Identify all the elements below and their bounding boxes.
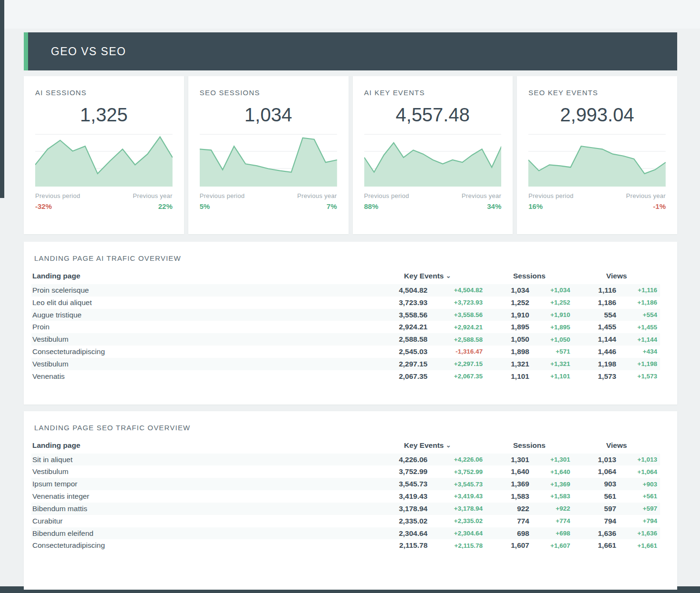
sessions-delta: +571 [532,346,573,358]
views-delta: +434 [619,346,660,358]
landing-page-name: Vestibulum [31,465,369,478]
views-value: 1,064 [573,465,619,478]
sessions-value: 1,369 [486,478,532,490]
kpi-compare-values: -32% 22% [35,202,173,210]
prev-year-delta: 34% [487,202,501,210]
views-value: 794 [573,515,619,527]
seo-traffic-table-card: LANDING PAGE SEO TRAFIC OVERVIEW Landing… [24,411,677,590]
kpi-compare-labels: Previous period Previous year [35,192,173,199]
page-title: GEO VS SEO [28,45,126,58]
sessions-value: 1,301 [486,454,532,466]
landing-page-name: Consecteturadipiscing [31,539,369,552]
key-events-delta: +3,723.93 [430,296,486,309]
views-value: 1,446 [573,346,619,358]
column-header-key-events[interactable]: Key Events ⌄ [369,270,486,284]
sessions-delta: +1,910 [532,309,573,321]
views-delta: +1,661 [619,539,660,552]
table-row: Ipsum tempor3,545.73+3,545.731,369+1,369… [31,478,660,490]
sessions-delta: +1,369 [532,478,573,490]
views-delta: +1,116 [619,284,660,296]
column-header-sessions[interactable]: Sessions [486,439,573,454]
prev-year-label: Previous year [462,192,501,199]
views-value: 597 [573,503,619,515]
key-events-delta: +2,115.78 [430,539,486,552]
table-header-row: Landing page Key Events ⌄ Sessions Views [31,270,660,284]
views-value: 1,116 [573,284,619,296]
key-events-delta: +2,335.02 [430,515,486,527]
table-row: Sit in aliquet4,226.06+4,226.061,301+1,3… [31,454,660,466]
key-events-delta: +3,545.73 [430,478,486,490]
landing-page-name: Sit in aliquet [31,454,369,466]
views-delta: +1,064 [619,465,660,478]
prev-period-delta: 88% [364,202,379,210]
kpi-label: SEO SESSIONS [200,89,337,97]
left-edge-strip [0,0,4,198]
sessions-value: 774 [486,515,532,527]
kpi-compare-values: 5% 7% [200,202,337,210]
kpi-label: AI SESSIONS [35,89,173,97]
prev-year-label: Previous year [297,192,337,199]
views-delta: +561 [619,490,660,503]
table-row: Vestibulum2,588.58+2,588.581,050+1,0501,… [31,333,660,346]
views-value: 1,186 [573,296,619,309]
sessions-value: 1,910 [486,309,532,321]
key-events-delta: +3,558.56 [430,309,486,321]
views-value: 1,013 [573,454,619,466]
key-events-value: 3,178.94 [369,503,430,515]
column-header-views[interactable]: Views [573,439,660,454]
key-events-delta: +2,297.15 [430,358,486,370]
sessions-delta: +1,252 [532,296,573,309]
sparkline-svg [528,133,666,187]
sessions-value: 1,640 [486,465,532,478]
prev-year-label: Previous year [626,192,666,199]
sessions-value: 698 [486,527,532,540]
column-header-sessions[interactable]: Sessions [486,270,573,284]
kpi-compare-labels: Previous period Previous year [364,192,502,199]
kpi-card-seo-key-events: SEO KEY EVENTS 2,993.04 Previous period … [517,76,677,234]
key-events-value: 3,419.43 [369,490,430,503]
ai-traffic-table: Landing page Key Events ⌄ Sessions Views… [31,270,660,383]
key-events-delta: -1,316.47 [430,346,486,358]
column-header-key-events[interactable]: Key Events ⌄ [369,439,486,454]
sessions-value: 1,050 [486,333,532,346]
table-header-row: Landing page Key Events ⌄ Sessions Views [31,439,660,454]
key-events-delta: +3,419.43 [430,490,486,503]
kpi-card-ai-sessions: AI SESSIONS 1,325 Previous period Previo… [24,76,184,234]
column-header-views[interactable]: Views [573,270,660,284]
kpi-compare-values: 88% 34% [364,202,502,210]
key-events-header-label: Key Events [404,272,444,280]
views-value: 1,573 [573,370,619,383]
kpi-label: SEO KEY EVENTS [528,89,666,97]
table-title-seo-traffic: LANDING PAGE SEO TRAFIC OVERVIEW [31,424,660,432]
views-value: 903 [573,478,619,490]
sessions-value: 1,583 [486,490,532,503]
kpi-value: 1,325 [35,104,173,126]
views-delta: +1,455 [619,321,660,333]
sessions-value: 1,101 [486,370,532,383]
prev-year-delta: 22% [158,202,173,210]
landing-page-name: Proin [31,321,369,333]
sessions-delta: +1,034 [532,284,573,296]
views-value: 1,661 [573,539,619,552]
key-events-delta: +2,924.21 [430,321,486,333]
kpi-card-ai-key-events: AI KEY EVENTS 4,557.48 Previous period P… [353,76,513,234]
table-row: Venenatis2,067.35+2,067.351,101+1,1011,5… [31,370,660,383]
landing-page-name: Proin scelerisque [31,284,369,296]
kpi-compare-labels: Previous period Previous year [528,192,666,199]
prev-year-label: Previous year [133,192,172,199]
key-events-value: 4,504.82 [369,284,430,296]
views-delta: +1,198 [619,358,660,370]
views-value: 554 [573,309,619,321]
key-events-value: 2,067.35 [369,370,430,383]
prev-period-delta: 16% [528,202,543,210]
kpi-sparkline-chart [35,133,173,187]
table-row: Venenatis integer3,419.43+3,419.431,583+… [31,490,660,503]
column-header-landing-page: Landing page [31,270,369,284]
sessions-delta: +1,607 [532,539,573,552]
kpi-value: 2,993.04 [528,104,666,126]
views-value: 561 [573,490,619,503]
key-events-value: 2,924.21 [369,321,430,333]
key-events-value: 2,588.58 [369,333,430,346]
sessions-value: 1,252 [486,296,532,309]
sessions-delta: +1,101 [532,370,573,383]
